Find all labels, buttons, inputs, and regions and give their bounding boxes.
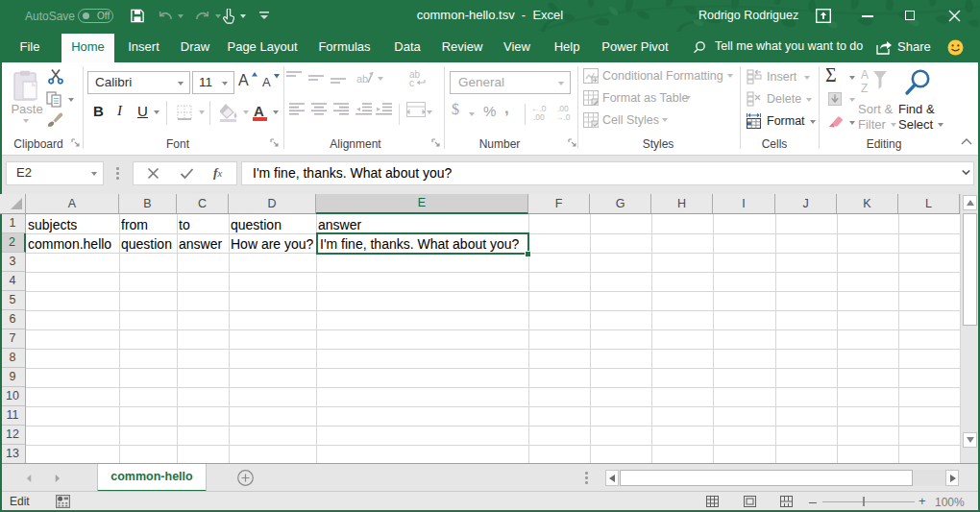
svg-text:Z: Z — [861, 82, 868, 95]
svg-text:ab: ab — [356, 73, 368, 85]
svg-text:A: A — [861, 68, 869, 82]
svg-text:→.0: →.0 — [555, 112, 571, 121]
svg-text:c: c — [409, 78, 414, 86]
svg-text:.00: .00 — [533, 112, 545, 121]
